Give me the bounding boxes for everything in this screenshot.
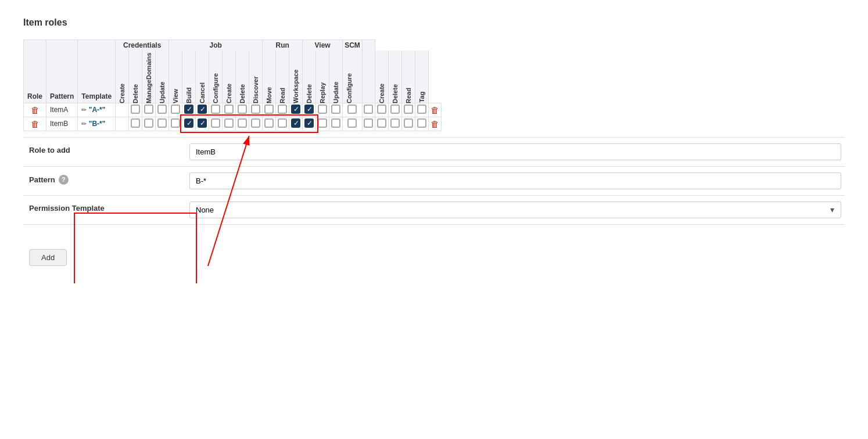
permission-template-select[interactable]: None bbox=[189, 201, 841, 218]
checkbox-input-0-17[interactable] bbox=[364, 105, 373, 114]
checkbox-0-19[interactable] bbox=[388, 103, 401, 117]
checkbox-input-0-9[interactable] bbox=[251, 105, 260, 114]
checkbox-1-19[interactable] bbox=[388, 117, 401, 131]
checkbox-0-5[interactable] bbox=[196, 103, 209, 117]
checkbox-1-18[interactable] bbox=[375, 117, 388, 131]
pattern-help-icon[interactable]: ? bbox=[59, 175, 69, 185]
checkbox-input-1-9[interactable] bbox=[251, 118, 260, 128]
checkbox-0-12[interactable] bbox=[289, 103, 303, 117]
checkbox-0-21[interactable] bbox=[415, 103, 428, 117]
checkbox-0-15[interactable] bbox=[329, 103, 343, 117]
pattern-input[interactable] bbox=[189, 172, 841, 189]
checkbox-input-1-13[interactable] bbox=[304, 118, 314, 128]
checkbox-input-1-18[interactable] bbox=[377, 118, 386, 128]
checkbox-1-5[interactable] bbox=[196, 117, 209, 131]
checkbox-0-2[interactable] bbox=[156, 103, 169, 117]
checkbox-input-1-5[interactable] bbox=[198, 118, 207, 128]
checkbox-input-1-6[interactable] bbox=[211, 118, 220, 128]
delete-row-1-left[interactable]: 🗑 bbox=[24, 117, 46, 131]
checkbox-1-11[interactable] bbox=[276, 117, 289, 131]
checkbox-input-1-12[interactable] bbox=[291, 118, 300, 128]
checkbox-1-3[interactable] bbox=[169, 117, 182, 131]
delete-row-0-right[interactable]: 🗑 bbox=[428, 103, 441, 117]
checkbox-input-1-10[interactable] bbox=[264, 118, 274, 128]
checkbox-1-0[interactable] bbox=[129, 117, 142, 131]
checkbox-0-1[interactable] bbox=[142, 103, 156, 117]
checkbox-0-9[interactable] bbox=[249, 103, 263, 117]
role-to-add-input[interactable] bbox=[189, 143, 841, 160]
edit-icon[interactable]: ✏ bbox=[81, 120, 87, 127]
checkbox-0-3[interactable] bbox=[169, 103, 182, 117]
checkbox-input-0-0[interactable] bbox=[131, 105, 140, 114]
checkbox-0-6[interactable] bbox=[209, 103, 223, 117]
checkbox-0-7[interactable] bbox=[223, 103, 236, 117]
checkbox-input-1-4[interactable] bbox=[184, 118, 193, 128]
edit-icon[interactable]: ✏ bbox=[81, 106, 87, 113]
add-button[interactable]: Add bbox=[29, 249, 67, 266]
checkbox-0-4[interactable] bbox=[182, 103, 196, 117]
trash-icon[interactable]: 🗑 bbox=[31, 119, 40, 129]
checkbox-1-17[interactable] bbox=[362, 117, 375, 131]
checkbox-input-1-17[interactable] bbox=[364, 118, 373, 128]
checkbox-input-1-1[interactable] bbox=[144, 118, 153, 128]
checkbox-1-16[interactable] bbox=[343, 117, 363, 131]
checkbox-1-15[interactable] bbox=[329, 117, 343, 131]
checkbox-input-0-8[interactable] bbox=[238, 105, 247, 114]
checkbox-input-0-19[interactable] bbox=[390, 105, 400, 114]
checkbox-0-20[interactable] bbox=[401, 103, 415, 117]
checkbox-input-0-16[interactable] bbox=[347, 105, 357, 114]
pattern-link-1[interactable]: "B-*" bbox=[89, 120, 106, 128]
checkbox-1-4[interactable] bbox=[182, 117, 196, 131]
checkbox-0-14[interactable] bbox=[316, 103, 329, 117]
checkbox-input-1-11[interactable] bbox=[278, 118, 287, 128]
checkbox-1-12[interactable] bbox=[289, 117, 303, 131]
checkbox-0-11[interactable] bbox=[276, 103, 289, 117]
pattern-link-0[interactable]: "A-*" bbox=[89, 106, 106, 114]
checkbox-input-1-8[interactable] bbox=[238, 118, 247, 128]
trash-icon-right[interactable]: 🗑 bbox=[431, 119, 439, 129]
checkbox-input-1-16[interactable] bbox=[347, 118, 357, 128]
checkbox-input-0-2[interactable] bbox=[157, 105, 167, 114]
checkbox-input-1-21[interactable] bbox=[417, 118, 426, 128]
checkbox-input-0-13[interactable] bbox=[304, 105, 314, 114]
checkbox-0-17[interactable] bbox=[362, 103, 375, 117]
checkbox-input-1-7[interactable] bbox=[224, 118, 234, 128]
checkbox-1-10[interactable] bbox=[263, 117, 276, 131]
checkbox-input-1-0[interactable] bbox=[131, 118, 140, 128]
trash-icon-right[interactable]: 🗑 bbox=[431, 105, 439, 115]
checkbox-input-1-19[interactable] bbox=[390, 118, 400, 128]
checkbox-input-0-12[interactable] bbox=[291, 105, 300, 114]
checkbox-1-2[interactable] bbox=[156, 117, 169, 131]
checkbox-input-1-2[interactable] bbox=[157, 118, 167, 128]
checkbox-input-0-4[interactable] bbox=[184, 105, 193, 114]
checkbox-input-0-15[interactable] bbox=[331, 105, 340, 114]
checkbox-input-0-21[interactable] bbox=[417, 105, 426, 114]
checkbox-0-8[interactable] bbox=[236, 103, 249, 117]
delete-row-0-left[interactable]: 🗑 bbox=[24, 103, 46, 117]
checkbox-input-1-20[interactable] bbox=[404, 118, 413, 128]
checkbox-input-0-6[interactable] bbox=[211, 105, 220, 114]
checkbox-0-18[interactable] bbox=[375, 103, 388, 117]
checkbox-0-13[interactable] bbox=[303, 103, 316, 117]
trash-icon[interactable]: 🗑 bbox=[31, 105, 40, 115]
checkbox-0-16[interactable] bbox=[343, 103, 363, 117]
checkbox-input-0-14[interactable] bbox=[318, 105, 327, 114]
checkbox-1-8[interactable] bbox=[236, 117, 249, 131]
checkbox-input-0-18[interactable] bbox=[377, 105, 386, 114]
checkbox-1-1[interactable] bbox=[142, 117, 156, 131]
delete-row-1-right[interactable]: 🗑 bbox=[428, 117, 441, 131]
checkbox-1-14[interactable] bbox=[316, 117, 329, 131]
checkbox-input-1-15[interactable] bbox=[331, 118, 340, 128]
checkbox-1-21[interactable] bbox=[415, 117, 428, 131]
checkbox-1-6[interactable] bbox=[209, 117, 223, 131]
checkbox-input-0-10[interactable] bbox=[264, 105, 274, 114]
checkbox-0-0[interactable] bbox=[129, 103, 142, 117]
checkbox-1-9[interactable] bbox=[249, 117, 263, 131]
checkbox-input-0-7[interactable] bbox=[224, 105, 234, 114]
checkbox-1-13[interactable] bbox=[303, 117, 316, 131]
checkbox-input-1-3[interactable] bbox=[171, 118, 180, 128]
checkbox-input-0-20[interactable] bbox=[404, 105, 413, 114]
checkbox-0-10[interactable] bbox=[263, 103, 276, 117]
checkbox-input-0-11[interactable] bbox=[278, 105, 287, 114]
checkbox-input-0-1[interactable] bbox=[144, 105, 153, 114]
